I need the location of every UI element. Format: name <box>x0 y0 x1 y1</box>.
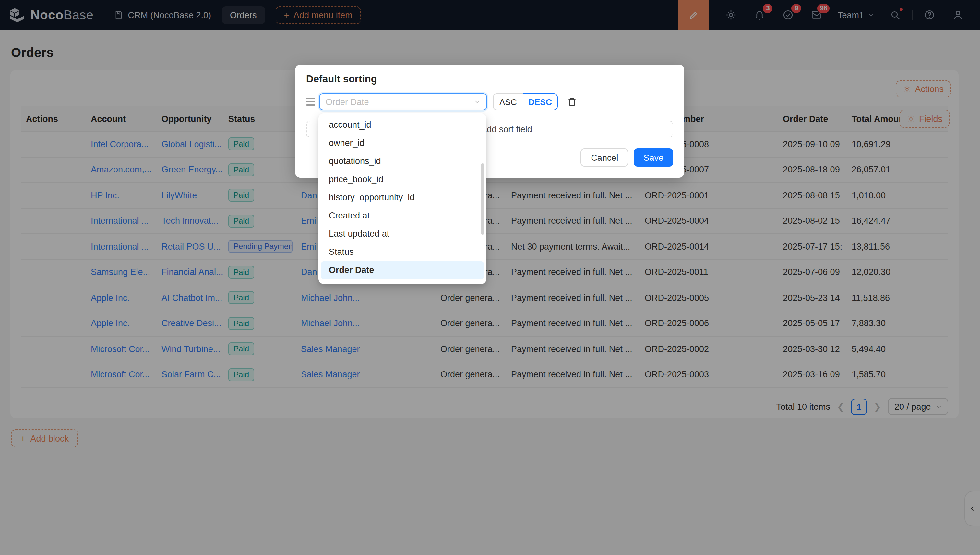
dropdown-option[interactable]: account_id <box>321 116 484 134</box>
delete-sort-rule-button[interactable] <box>567 96 577 107</box>
modal-title: Default sorting <box>306 65 673 93</box>
dropdown-option[interactable]: Last updated at <box>321 225 484 243</box>
dropdown-option[interactable]: quotations_id <box>321 152 484 170</box>
sort-field-value: Order Date <box>326 97 369 107</box>
sort-field-dropdown: account_idowner_idquotations_idprice_boo… <box>318 114 487 284</box>
add-sort-field-label: Add sort field <box>481 124 532 134</box>
dropdown-option[interactable]: Created at <box>321 207 484 225</box>
drag-handle-icon[interactable] <box>306 98 315 106</box>
asc-button[interactable]: ASC <box>493 93 522 110</box>
sort-field-select[interactable]: Order Date <box>319 93 487 110</box>
dropdown-option[interactable]: owner_id <box>321 134 484 152</box>
chevron-down-icon <box>474 99 480 105</box>
trash-icon <box>567 96 577 107</box>
dropdown-option[interactable]: Status <box>321 243 484 261</box>
dropdown-option[interactable]: Order Date <box>321 261 484 279</box>
app-viewport: NocoBase CRM (NocoBase 2.0) Orders + Add… <box>0 0 980 555</box>
sort-rule-row: Order Date ASC DESC <box>306 93 673 110</box>
dropdown-scrollbar[interactable] <box>480 164 485 235</box>
dropdown-option[interactable]: price_book_id <box>321 170 484 189</box>
save-button[interactable]: Save <box>634 149 673 167</box>
cancel-button[interactable]: Cancel <box>580 149 628 167</box>
dropdown-option[interactable]: history_opportunity_id <box>321 189 484 207</box>
sort-direction-group: ASC DESC <box>493 93 558 110</box>
sort-field-options: account_idowner_idquotations_idprice_boo… <box>321 116 484 279</box>
desc-button[interactable]: DESC <box>522 93 557 110</box>
